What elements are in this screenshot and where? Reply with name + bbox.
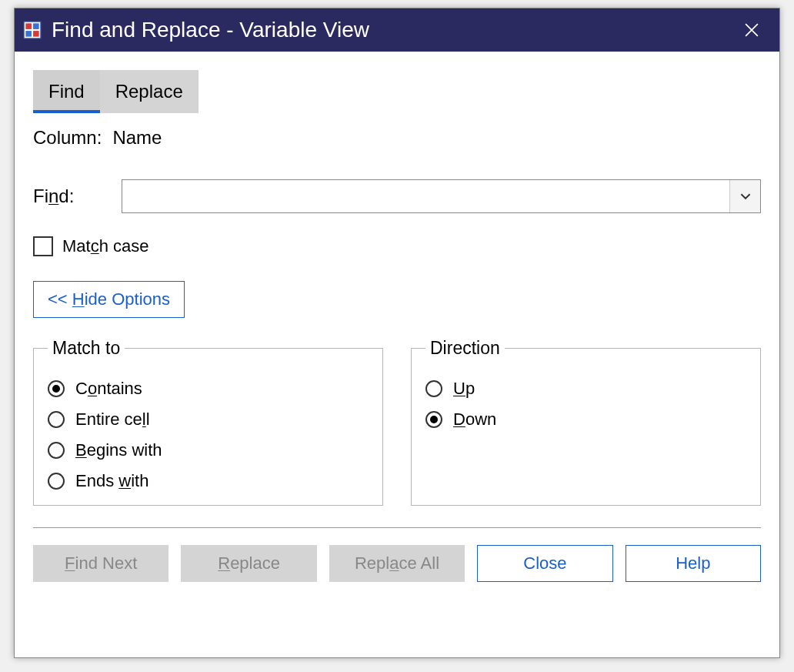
find-dropdown-icon[interactable] <box>729 180 760 212</box>
svg-rect-3 <box>25 31 32 37</box>
match-to-legend: Match to <box>48 338 125 359</box>
divider <box>33 527 761 528</box>
tab-find[interactable]: Find <box>33 70 100 113</box>
match-case-row[interactable]: Match case <box>33 236 761 256</box>
radio-icon <box>48 380 65 397</box>
radio-icon <box>48 473 65 490</box>
match-contains[interactable]: Contains <box>48 379 369 399</box>
match-case-label: Match case <box>62 236 149 256</box>
close-icon[interactable] <box>730 8 773 52</box>
radio-label: Contains <box>75 379 142 399</box>
hide-options-button[interactable]: << Hide Options <box>33 281 185 318</box>
match-to-group: Match to Contains Entire cell Begins wit… <box>33 338 383 506</box>
match-case-checkbox[interactable] <box>33 236 53 256</box>
column-label: Column: <box>33 127 102 149</box>
tab-replace[interactable]: Replace <box>100 70 198 113</box>
close-button[interactable]: Close <box>477 545 612 582</box>
button-row: Find Next Replace Replace All Close Help <box>33 545 761 582</box>
column-value: Name <box>112 127 162 149</box>
radio-label: Begins with <box>75 440 162 460</box>
radio-label: Entire cell <box>75 410 150 430</box>
column-row: Column: Name <box>33 127 761 149</box>
radio-icon <box>425 411 442 428</box>
find-row: Find: <box>33 179 761 213</box>
help-button[interactable]: Help <box>626 545 761 582</box>
match-begins-with[interactable]: Begins with <box>48 440 369 460</box>
find-label: Find: <box>33 186 122 207</box>
direction-group: Direction Up Down <box>411 338 761 506</box>
match-ends-with[interactable]: Ends with <box>48 471 369 491</box>
tabs: Find Replace <box>33 70 761 113</box>
find-combo <box>122 179 761 213</box>
find-replace-dialog: Find and Replace - Variable View Find Re… <box>14 8 780 658</box>
dialog-body: Find Replace Column: Name Find: Match ca… <box>15 52 779 657</box>
svg-rect-2 <box>33 23 39 29</box>
radio-icon <box>48 442 65 459</box>
titlebar: Find and Replace - Variable View <box>15 8 779 52</box>
radio-icon <box>425 380 442 397</box>
dialog-title: Find and Replace - Variable View <box>52 18 730 42</box>
radio-label: Up <box>453 379 475 399</box>
svg-rect-4 <box>33 31 39 37</box>
find-next-button[interactable]: Find Next <box>33 545 168 582</box>
direction-up[interactable]: Up <box>425 379 746 399</box>
radio-icon <box>48 411 65 428</box>
replace-button[interactable]: Replace <box>181 545 316 582</box>
option-groups: Match to Contains Entire cell Begins wit… <box>33 338 761 506</box>
find-input[interactable] <box>122 180 729 212</box>
app-icon <box>21 18 44 42</box>
direction-down[interactable]: Down <box>425 410 746 430</box>
direction-legend: Direction <box>425 338 505 359</box>
svg-rect-1 <box>25 23 32 29</box>
radio-label: Ends with <box>75 471 148 491</box>
replace-all-button[interactable]: Replace All <box>329 545 465 582</box>
radio-label: Down <box>453 410 496 430</box>
match-entire-cell[interactable]: Entire cell <box>48 410 369 430</box>
